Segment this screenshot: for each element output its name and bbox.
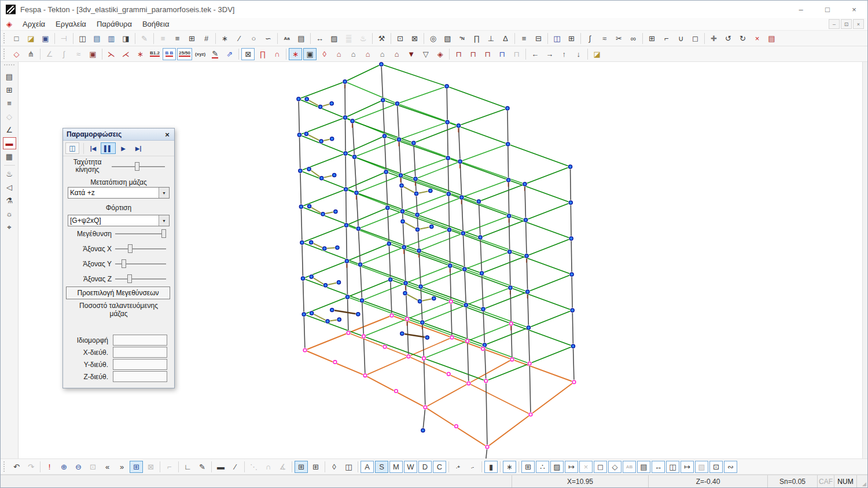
- building-story-1-button[interactable]: ⌂: [332, 48, 345, 60]
- magnify-slider[interactable]: [115, 229, 166, 238]
- ortho-mode-button[interactable]: ⌐: [163, 461, 176, 473]
- zoom-next-button[interactable]: »: [115, 461, 128, 473]
- frame-table-down-button[interactable]: ⊓: [466, 48, 480, 60]
- calculator-button[interactable]: ⊟: [532, 32, 545, 45]
- snap-arrows-button[interactable]: ↔: [652, 461, 665, 473]
- frame-pi-button[interactable]: ∏: [256, 48, 269, 60]
- table-edit-button[interactable]: ⊞: [295, 461, 308, 473]
- axes-grid-button[interactable]: #: [200, 32, 213, 45]
- text-tool-button[interactable]: Aa: [280, 32, 293, 45]
- ruler-measure-button[interactable]: ▬: [214, 461, 227, 473]
- circle-tool-button[interactable]: ○: [247, 32, 260, 45]
- table-grid-button[interactable]: ⊞: [565, 32, 578, 45]
- pen-level-button[interactable]: ✎: [208, 48, 222, 60]
- pan-left-button[interactable]: ←: [528, 48, 542, 60]
- snap-ab-button[interactable]: AB: [623, 461, 636, 473]
- protractor-button[interactable]: ∩: [262, 461, 275, 473]
- snap-grid-button[interactable]: ⊞: [521, 461, 535, 473]
- skip-end-button[interactable]: ▶|: [131, 142, 146, 154]
- edit-pen-button[interactable]: ✎: [138, 32, 151, 45]
- mode-c-button[interactable]: C: [433, 461, 446, 473]
- new-file-button[interactable]: □: [10, 32, 23, 45]
- save-file-button[interactable]: ▣: [39, 32, 52, 45]
- frame-table-blue-button[interactable]: ⊓: [495, 48, 509, 60]
- rotate-ccw-button[interactable]: ↺: [722, 32, 735, 45]
- y-direction-field[interactable]: [113, 359, 167, 370]
- section-b12-button[interactable]: B1.2: [148, 48, 161, 60]
- beams-button[interactable]: ▬: [3, 137, 16, 149]
- delete-erase-button[interactable]: ×: [751, 32, 764, 45]
- minimize-button[interactable]: –: [788, 1, 814, 18]
- antenna-levels-button[interactable]: ⋔: [24, 48, 38, 60]
- copy-entity-button[interactable]: ◫: [550, 32, 564, 45]
- pan-down-button[interactable]: ↓: [572, 48, 585, 60]
- open-file-button[interactable]: ◪: [24, 32, 38, 45]
- prop-stamp-button[interactable]: ⊠: [408, 32, 421, 45]
- magnify-slider-thumb[interactable]: [161, 229, 166, 238]
- eigenmode-field[interactable]: [113, 335, 167, 346]
- sun-shadow-button[interactable]: ☼: [3, 208, 16, 220]
- maximize-button[interactable]: □: [814, 1, 841, 18]
- diagram-moment-button[interactable]: ∠: [43, 48, 56, 60]
- zoom-extents-button[interactable]: ⊞: [130, 461, 143, 473]
- axis-x-slider-thumb[interactable]: [128, 244, 133, 253]
- pan-right-button[interactable]: →: [543, 48, 556, 60]
- iso-view-button[interactable]: ∗: [289, 48, 302, 60]
- trim-cut-button[interactable]: ✂: [612, 32, 626, 45]
- thermal-button[interactable]: ♨: [3, 168, 16, 180]
- point-plus-button[interactable]: .+: [451, 461, 465, 473]
- blue-axes-button[interactable]: ⇗: [223, 48, 236, 60]
- menu-archeia[interactable]: Αρχεία: [17, 19, 50, 30]
- materials-button[interactable]: ⚗: [3, 195, 16, 207]
- section-bb-button[interactable]: B B: [163, 48, 176, 60]
- print-button[interactable]: ▤: [90, 32, 104, 45]
- rotate-cw-button[interactable]: ↻: [736, 32, 749, 45]
- default-magnifications-button[interactable]: Προεπιλογή Μεγεθύνσεων: [66, 287, 170, 299]
- arc-tool-button[interactable]: ∽: [262, 32, 275, 45]
- snap-image-button[interactable]: ⊡: [709, 461, 723, 473]
- camera-3d-button[interactable]: ⌖: [3, 221, 16, 233]
- dialog-close-icon[interactable]: ×: [163, 130, 174, 139]
- slab-free-button[interactable]: ◊: [318, 48, 331, 60]
- diagram-curve-button[interactable]: ∫: [57, 48, 71, 60]
- mouse-mode-button[interactable]: ▮: [484, 461, 498, 473]
- list-blocks-button[interactable]: ≡: [156, 32, 170, 45]
- line-tool-button[interactable]: ∕: [233, 32, 246, 45]
- table-view-button[interactable]: ⊞: [309, 461, 322, 473]
- slabs-button[interactable]: ◇: [3, 111, 16, 123]
- drawing-canvas[interactable]: Παραμορφώσεις × ◫ |◀ ▌▌ ▶ ▶| Ταχύτητακίν…: [19, 62, 867, 458]
- frame-table-up-button[interactable]: ⊓: [481, 48, 494, 60]
- snap-textbox-button[interactable]: ▤: [637, 461, 650, 473]
- mode-s-button[interactable]: S: [375, 461, 388, 473]
- select-points-button[interactable]: ⋱: [247, 461, 260, 473]
- export-drawing-button[interactable]: ◨: [119, 32, 133, 45]
- corner-mode-button[interactable]: ∟: [181, 461, 194, 473]
- diagram-spline-button[interactable]: ≈: [72, 48, 85, 60]
- walls-button[interactable]: ▤: [3, 71, 16, 83]
- poly-region-button[interactable]: ◇: [10, 48, 23, 60]
- pan-up-button[interactable]: ↑: [557, 48, 571, 60]
- member-release-1-button[interactable]: ⋋: [105, 48, 118, 60]
- snap-spline-button[interactable]: ∾: [724, 461, 737, 473]
- snap-line-x-button[interactable]: ×: [579, 461, 593, 473]
- z-direction-field[interactable]: [113, 371, 167, 382]
- copy-properties-button[interactable]: ◫: [342, 461, 355, 473]
- coords-xyz-button[interactable]: (xyz): [193, 48, 207, 60]
- save-results-button[interactable]: ▣: [86, 48, 100, 60]
- bounding-box-button[interactable]: ⊠: [241, 48, 255, 60]
- io-ports-button[interactable]: ⊣: [57, 32, 71, 45]
- zoom-window-button[interactable]: ⊡: [86, 461, 100, 473]
- speed-slider[interactable]: [112, 162, 165, 171]
- grid-tool-button[interactable]: ⊞: [185, 32, 198, 45]
- menu-ergaleia[interactable]: Εργαλεία: [50, 19, 91, 30]
- play-button[interactable]: ▶: [116, 142, 131, 154]
- layers-button[interactable]: ≡: [3, 97, 16, 109]
- dropdown-arrow-icon[interactable]: ▼: [159, 188, 169, 198]
- axis-x-slider[interactable]: [115, 244, 166, 253]
- panels-button[interactable]: ▦: [3, 151, 16, 163]
- frame-arch-button[interactable]: ∩: [270, 48, 284, 60]
- view-3d-cube-button[interactable]: ▣: [303, 48, 317, 60]
- poly-white-button[interactable]: ▽: [419, 48, 432, 60]
- building-story-5-button[interactable]: ⌂: [390, 48, 403, 60]
- lamp-tool-button[interactable]: ♨: [356, 32, 370, 45]
